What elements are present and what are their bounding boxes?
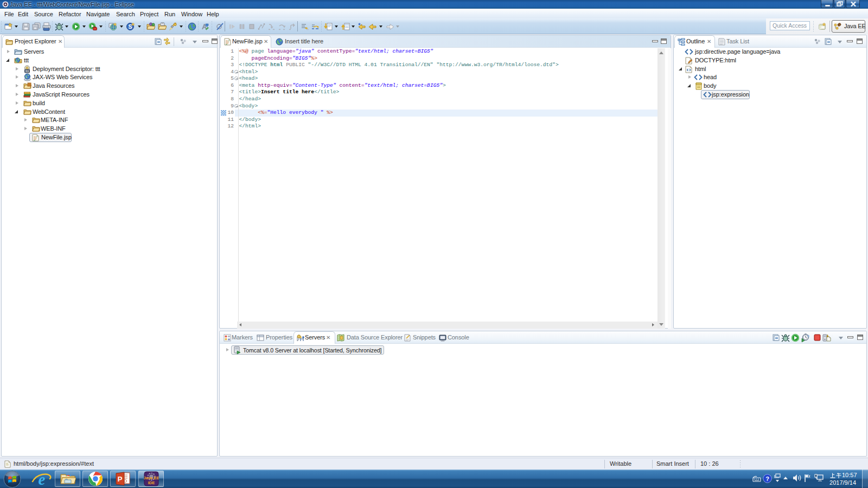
svg-text:P: P <box>117 475 122 483</box>
svg-text:Java EE: Java EE <box>144 476 159 480</box>
svg-text:S: S <box>128 23 132 30</box>
svg-text:3.1: 3.1 <box>25 70 29 73</box>
svg-text:IDE: IDE <box>148 480 155 485</box>
svg-text:e: e <box>39 471 46 487</box>
svg-text:?: ? <box>765 476 769 482</box>
